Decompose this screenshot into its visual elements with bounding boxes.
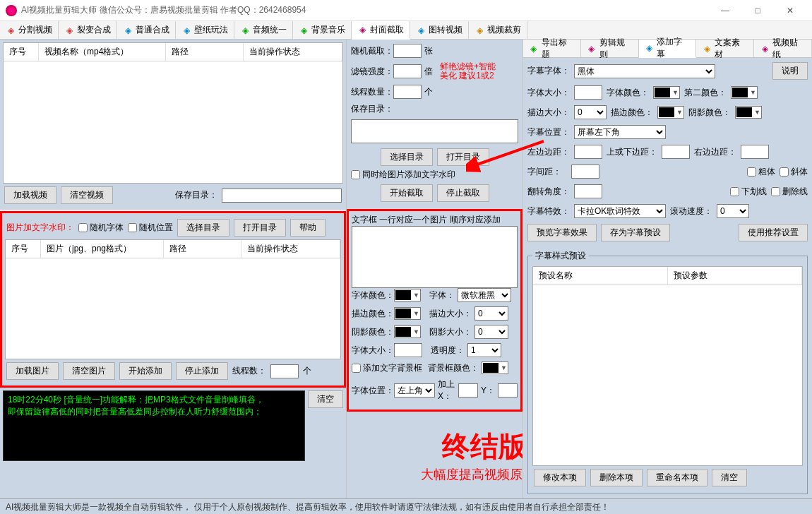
main-tab-4[interactable]: ◈音频统一 (234, 21, 293, 39)
start-add-button[interactable]: 开始添加 (119, 362, 172, 380)
italic-checkbox[interactable]: 斜体 (780, 166, 808, 178)
start-capture-button[interactable]: 开始截取 (381, 184, 433, 202)
preview-button[interactable]: 预览字幕效果 (527, 224, 597, 241)
main-tab-0[interactable]: ◈分割视频 (0, 21, 59, 39)
save-dir-textarea[interactable] (351, 119, 518, 143)
right-tab-1[interactable]: ◈剪辑规则 (581, 40, 639, 57)
main-tab-6[interactable]: ◈封面截取 (352, 21, 410, 40)
bg-color-picker[interactable]: ▼ (482, 361, 508, 374)
mid-select-dir-button[interactable]: 选择目录 (381, 148, 433, 166)
shadow-color-picker[interactable]: ▼ (394, 325, 421, 338)
use-recommend-button[interactable]: 使用推荐设置 (739, 224, 808, 241)
stroke-color-picker[interactable]: ▼ (394, 307, 421, 320)
right-margin-input[interactable] (741, 145, 769, 159)
tab-icon: ◈ (474, 25, 484, 35)
stroke-size-select[interactable]: 0 (474, 306, 508, 321)
col-path: 路径 (166, 43, 244, 61)
effect-select[interactable]: 卡拉OK歌词特效 (574, 204, 666, 218)
main-tab-3[interactable]: ◈壁纸玩法 (176, 21, 234, 39)
open-dir-button[interactable]: 打开目录 (234, 219, 286, 237)
save-preset-button[interactable]: 存为字幕预设 (601, 224, 670, 241)
mid-font-size-input[interactable] (394, 343, 422, 357)
right-stroke-color-picker[interactable]: ▼ (657, 106, 684, 119)
mid-open-dir-button[interactable]: 打开目录 (437, 148, 489, 166)
main-tab-1[interactable]: ◈裂变合成 (59, 21, 117, 39)
main-tab-2[interactable]: ◈普通合成 (117, 21, 176, 39)
close-button[interactable]: ✕ (774, 0, 806, 21)
tab-icon: ◈ (357, 25, 367, 35)
right-stroke-size-select[interactable]: 0 (574, 105, 607, 119)
right-tab-4[interactable]: ◈视频贴纸 (754, 40, 812, 57)
clear-log-button[interactable]: 清空 (308, 390, 343, 408)
add-x-input[interactable] (458, 383, 478, 398)
col-name: 视频名称（mp4格式） (39, 43, 166, 61)
app-icon (6, 5, 17, 16)
clear-video-button[interactable]: 清空视频 (61, 186, 113, 204)
preset-table: 预设名称 预设参数 (532, 266, 803, 466)
preset-legend: 字幕样式预设 (532, 250, 589, 262)
tab-icon: ◈ (299, 25, 309, 35)
subtitle-pos-select[interactable]: 屏幕左下角 (574, 125, 666, 139)
add-watermark-checkbox[interactable]: 同时给图片添加文字水印 (351, 169, 455, 181)
select-dir-button[interactable]: 选择目录 (177, 219, 229, 237)
right-tab-2[interactable]: ◈添加字幕 (639, 40, 697, 58)
left-margin-input[interactable] (574, 145, 602, 159)
tb-margin-input[interactable] (662, 145, 690, 159)
load-video-button[interactable]: 加载视频 (4, 186, 56, 204)
subtitle-font-select[interactable]: 黑体 (574, 64, 715, 78)
tab-icon: ◈ (645, 43, 655, 53)
maximize-button[interactable]: □ (741, 0, 774, 21)
rotate-input[interactable] (574, 184, 602, 198)
stop-capture-button[interactable]: 停止截取 (437, 184, 489, 202)
help-button[interactable]: 帮助 (290, 219, 326, 237)
bold-checkbox[interactable]: 粗体 (747, 166, 775, 178)
scroll-speed-select[interactable]: 0 (717, 204, 749, 218)
tab-icon: ◈ (6, 25, 16, 35)
right-font-color-picker[interactable]: ▼ (653, 86, 680, 99)
random-cap-input[interactable] (393, 44, 422, 58)
watermark-text-input[interactable] (352, 226, 518, 288)
letter-spacing-input[interactable] (571, 165, 599, 179)
image-table: 序号 图片（jpg、png格式） 路径 当前操作状态 (5, 239, 341, 359)
random-font-checkbox[interactable]: 随机字体 (78, 222, 124, 234)
thread-qty-input[interactable] (393, 85, 422, 99)
font-color-picker[interactable]: ▼ (394, 289, 421, 301)
opacity-select[interactable]: 1 (467, 343, 501, 357)
second-color-picker[interactable]: ▼ (731, 86, 758, 99)
explain-button[interactable]: 说明 (772, 62, 808, 80)
right-shadow-color-picker[interactable]: ▼ (735, 106, 762, 119)
underline-checkbox[interactable]: 下划线 (730, 186, 767, 198)
right-tabbar: ◈导出标题◈剪辑规则◈添加字幕◈文案素材◈视频贴纸 (523, 40, 812, 58)
tab-icon: ◈ (240, 25, 250, 35)
edit-item-button[interactable]: 修改本项 (534, 469, 586, 486)
add-bg-box-checkbox[interactable]: 添加文字背景框 (352, 362, 422, 374)
minimize-button[interactable]: ― (709, 0, 741, 21)
add-y-input[interactable] (498, 383, 518, 398)
tab-icon: ◈ (64, 25, 74, 35)
font-select[interactable]: 微软雅黑 (458, 288, 511, 302)
save-dir-input[interactable] (222, 189, 342, 203)
delete-item-button[interactable]: 删除本项 (590, 469, 643, 486)
strikethrough-checkbox[interactable]: 删除线 (771, 186, 808, 198)
load-image-button[interactable]: 加载图片 (6, 362, 59, 380)
stop-add-button[interactable]: 停止添加 (176, 362, 228, 380)
right-tab-0[interactable]: ◈导出标题 (523, 40, 581, 57)
filter-strength-input[interactable] (393, 64, 422, 78)
main-tab-8[interactable]: ◈视频裁剪 (469, 21, 527, 39)
log-area: 18时22分40秒 [音量统一]功能解释：把MP3格式文件音量削峰填谷， 即保留… (3, 390, 305, 461)
col-sn: 序号 (4, 43, 39, 61)
right-font-size-input[interactable] (574, 85, 602, 100)
clear-image-button[interactable]: 清空图片 (63, 362, 115, 380)
font-pos-select[interactable]: 左上角 (394, 383, 435, 398)
random-pos-checkbox[interactable]: 随机位置 (128, 222, 173, 234)
col-status: 当前操作状态 (244, 43, 342, 61)
clear-preset-button[interactable]: 清空 (712, 469, 747, 486)
main-tabbar: ◈分割视频◈裂变合成◈普通合成◈壁纸玩法◈音频统一◈背景音乐◈封面截取◈图转视频… (0, 21, 812, 40)
shadow-size-select[interactable]: 0 (474, 325, 508, 339)
thread-count-input[interactable] (270, 364, 299, 378)
main-tab-7[interactable]: ◈图转视频 (410, 21, 469, 39)
right-tab-3[interactable]: ◈文案素材 (696, 40, 754, 57)
rename-item-button[interactable]: 重命名本项 (647, 469, 707, 486)
main-tab-5[interactable]: ◈背景音乐 (293, 21, 352, 39)
tab-icon: ◈ (181, 25, 191, 35)
